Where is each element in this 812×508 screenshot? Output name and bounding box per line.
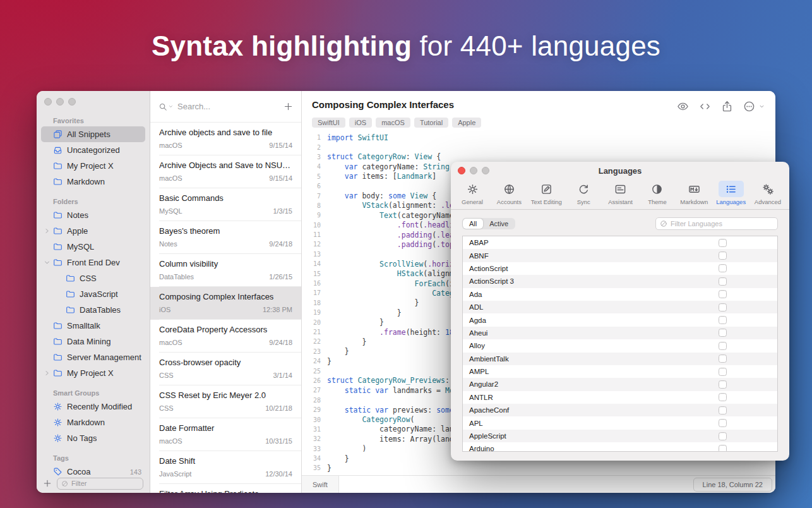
language-row[interactable]: ActionScript xyxy=(463,262,777,275)
language-checkbox[interactable] xyxy=(719,406,727,414)
add-group-button[interactable] xyxy=(43,479,52,488)
sidebar-item-my-project-x[interactable]: My Project X xyxy=(41,365,145,381)
sidebar-section-header: Folders xyxy=(53,198,150,205)
zoom-button[interactable] xyxy=(68,98,76,106)
language-row[interactable]: ApacheConf xyxy=(463,404,777,416)
language-row[interactable]: APL xyxy=(463,416,777,429)
close-button[interactable] xyxy=(44,98,52,106)
sidebar-item-recently-modified[interactable]: Recently Modified xyxy=(41,399,145,414)
snippet-list-item[interactable]: Date FormattermacOS10/31/15 xyxy=(150,418,301,451)
new-snippet-button[interactable] xyxy=(284,102,293,111)
snippet-date: 9/24/18 xyxy=(269,339,292,346)
language-checkbox[interactable] xyxy=(719,329,727,337)
language-row[interactable]: ADL xyxy=(463,301,777,313)
language-row[interactable]: AMPL xyxy=(463,365,777,378)
language-checkbox[interactable] xyxy=(719,303,727,311)
language-checkbox[interactable] xyxy=(719,445,727,452)
language-checkbox[interactable] xyxy=(719,316,727,324)
sidebar-item-notes[interactable]: Notes xyxy=(41,207,145,223)
language-checkbox[interactable] xyxy=(719,290,727,298)
language-row[interactable]: AppleScript xyxy=(463,430,777,442)
language-row[interactable]: ActionScript 3 xyxy=(463,275,777,287)
language-row[interactable]: Alloy xyxy=(463,339,777,352)
prefs-tab-advanced[interactable]: Advanced xyxy=(753,181,783,205)
prefs-tab-general[interactable]: General xyxy=(457,181,487,205)
language-checkbox[interactable] xyxy=(719,277,727,286)
sidebar-item-no-tags[interactable]: No Tags xyxy=(41,430,145,446)
snippet-tag[interactable]: macOS xyxy=(376,118,410,128)
sidebar-item-all-snippets[interactable]: All Snippets xyxy=(41,126,145,142)
language-row[interactable]: Angular2 xyxy=(463,378,777,390)
code-slash-button[interactable] xyxy=(699,100,711,112)
sidebar-item-mysql[interactable]: MySQL xyxy=(41,239,145,255)
snippet-list-item[interactable]: CoreData Property AccessorsmacOS9/24/18 xyxy=(150,320,301,353)
snippet-list-item[interactable]: CSS Reset by Eric Meyer 2.0CSS10/21/18 xyxy=(150,385,301,418)
language-checkbox[interactable] xyxy=(719,264,727,272)
sidebar-item-markdown[interactable]: Markdown xyxy=(41,174,145,190)
snippet-list-item[interactable]: Composing Complex InterfacesiOS12:38 PM xyxy=(150,287,301,320)
language-checkbox[interactable] xyxy=(719,354,727,363)
snippet-list-item[interactable]: Column visibilityDataTables1/26/15 xyxy=(150,254,301,287)
sidebar-item-data-mining[interactable]: Data Mining xyxy=(41,334,145,349)
language-checkbox[interactable] xyxy=(719,419,727,427)
sidebar-item-server-management[interactable]: Server Management xyxy=(41,349,145,365)
sidebar-item-label: Uncategorized xyxy=(67,145,120,155)
language-checkbox[interactable] xyxy=(719,393,727,401)
language-row[interactable]: ANTLR xyxy=(463,391,777,404)
segment-all[interactable]: All xyxy=(463,219,483,229)
fragment-language-tab[interactable]: Swift xyxy=(302,476,339,493)
prefs-tab-assistant[interactable]: Assistant xyxy=(606,181,636,205)
language-checkbox[interactable] xyxy=(719,380,727,389)
prefs-tab-markdown[interactable]: Markdown xyxy=(679,181,709,205)
snippet-tag[interactable]: SwiftUI xyxy=(312,118,345,128)
sidebar-item-uncategorized[interactable]: Uncategorized xyxy=(41,142,145,158)
sidebar-item-my-project-x[interactable]: My Project X xyxy=(41,158,145,174)
snippet-tag[interactable]: iOS xyxy=(349,118,372,128)
chevron-down-small-button[interactable] xyxy=(758,103,765,110)
prefs-tab-theme[interactable]: Theme xyxy=(642,181,672,205)
snippet-list-item[interactable]: Cross-browser opacityCSS3/1/14 xyxy=(150,353,301,385)
search-scope-control[interactable] xyxy=(158,102,174,111)
snippet-list-item[interactable]: Basic CommandsMySQL1/3/15 xyxy=(150,188,301,221)
snippet-list-item[interactable]: Filter Array Using Predicate xyxy=(150,484,301,493)
language-row[interactable]: ABNF xyxy=(463,249,777,262)
sidebar-item-datatables[interactable]: DataTables xyxy=(41,302,145,318)
filter-languages-input[interactable]: Filter Languages xyxy=(655,217,778,230)
prefs-tab-text-editing[interactable]: Text Editing xyxy=(531,181,562,205)
minimize-button[interactable] xyxy=(56,98,64,106)
snippet-tag[interactable]: Tutorial xyxy=(414,118,448,128)
language-checkbox[interactable] xyxy=(719,368,727,376)
prefs-tab-sync[interactable]: Sync xyxy=(568,181,599,205)
prefs-tab-accounts[interactable]: Accounts xyxy=(494,181,524,205)
segment-active[interactable]: Active xyxy=(483,219,515,229)
language-row[interactable]: AmbientTalk xyxy=(463,353,777,365)
language-row[interactable]: Agda xyxy=(463,313,777,326)
language-checkbox[interactable] xyxy=(719,239,727,247)
prefs-tab-languages[interactable]: Languages xyxy=(716,181,746,205)
eye-button[interactable] xyxy=(677,100,689,112)
snippet-list-item[interactable]: Archive Objects and Save to NSUser...mac… xyxy=(150,155,301,188)
language-row[interactable]: Ada xyxy=(463,288,777,301)
language-checkbox[interactable] xyxy=(719,432,727,440)
more-circle-button[interactable] xyxy=(743,100,755,112)
language-checkbox[interactable] xyxy=(719,251,727,260)
language-row[interactable]: ABAP xyxy=(463,236,777,249)
search-bar[interactable]: Search... xyxy=(150,91,301,123)
sidebar-item-css[interactable]: CSS xyxy=(41,270,145,286)
sidebar-filter-input[interactable]: Filter xyxy=(57,478,143,490)
snippet-list-item[interactable]: Bayes's theoremNotes9/24/18 xyxy=(150,221,301,254)
language-row[interactable]: Arduino xyxy=(463,442,777,452)
sidebar-item-javascript[interactable]: JavaScript xyxy=(41,286,145,302)
snippet-list-item[interactable]: Date ShiftJavaScript12/30/14 xyxy=(150,451,301,484)
line-number: 8 xyxy=(302,202,327,209)
sidebar-item-front-end-dev[interactable]: Front End Dev xyxy=(41,255,145,270)
snippet-tag[interactable]: Apple xyxy=(452,118,481,128)
prefs-titlebar: Languages xyxy=(451,162,789,178)
snippet-list-item[interactable]: Archive objects and save to filemacOS9/1… xyxy=(150,123,301,155)
language-row[interactable]: Aheui xyxy=(463,327,777,339)
share-button[interactable] xyxy=(721,100,733,112)
language-checkbox[interactable] xyxy=(719,342,727,350)
sidebar-item-markdown[interactable]: Markdown xyxy=(41,414,145,430)
sidebar-item-smalltalk[interactable]: Smalltalk xyxy=(41,318,145,334)
sidebar-item-apple[interactable]: Apple xyxy=(41,223,145,239)
